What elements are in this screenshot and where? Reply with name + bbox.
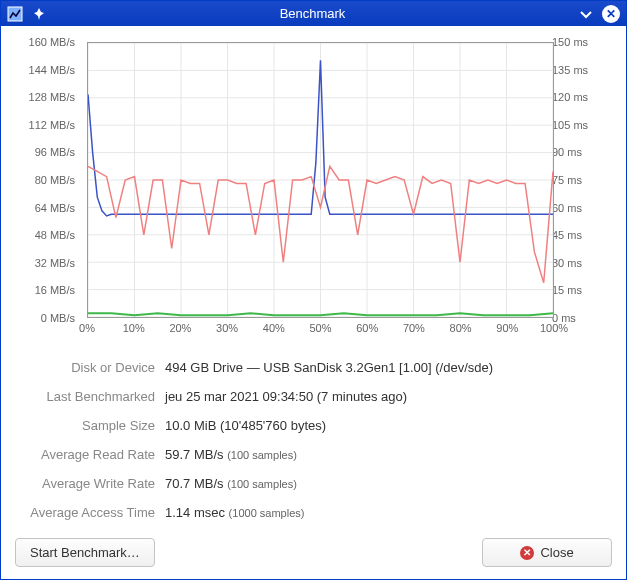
start-benchmark-button[interactable]: Start Benchmark… (15, 538, 155, 567)
x-tick: 100% (540, 322, 568, 334)
x-tick: 30% (216, 322, 238, 334)
y-left-tick: 80 MB/s (15, 174, 75, 186)
label-disk: Disk or Device (15, 360, 155, 375)
x-tick: 20% (169, 322, 191, 334)
y-right-tick: 90 ms (552, 146, 612, 158)
x-tick: 40% (263, 322, 285, 334)
close-button-label: Close (540, 545, 573, 560)
titlebar: Benchmark ✕ (1, 1, 626, 26)
plot-area (87, 42, 554, 318)
y-left-tick: 128 MB/s (15, 91, 75, 103)
value-write: 70.7 MB/s (100 samples) (165, 476, 612, 491)
value-access-main: 1.14 msec (165, 505, 225, 520)
y-left-tick: 32 MB/s (15, 257, 75, 269)
label-sample: Sample Size (15, 418, 155, 433)
close-icon: ✕ (520, 546, 534, 560)
value-last: jeu 25 mar 2021 09:34:50 (7 minutes ago) (165, 389, 612, 404)
y-left-tick: 48 MB/s (15, 229, 75, 241)
value-sample: 10.0 MiB (10'485'760 bytes) (165, 418, 612, 433)
info-grid: Disk or Device 494 GB Drive — USB SanDis… (15, 360, 612, 520)
value-write-main: 70.7 MB/s (165, 476, 224, 491)
y-right-tick: 30 ms (552, 257, 612, 269)
x-tick: 90% (496, 322, 518, 334)
benchmark-window: Benchmark ✕ 0 MB/s16 MB/s32 MB/s48 MB/s6… (0, 0, 627, 580)
x-axis: 0%10%20%30%40%50%60%70%80%90%100% (87, 320, 554, 338)
close-button[interactable]: ✕ Close (482, 538, 612, 567)
close-window-icon[interactable]: ✕ (602, 5, 620, 23)
value-read-note: (100 samples) (227, 449, 297, 461)
y-left-tick: 64 MB/s (15, 202, 75, 214)
label-write: Average Write Rate (15, 476, 155, 491)
x-tick: 50% (309, 322, 331, 334)
x-tick: 0% (79, 322, 95, 334)
content-area: 0 MB/s16 MB/s32 MB/s48 MB/s64 MB/s80 MB/… (1, 26, 626, 528)
value-disk: 494 GB Drive — USB SanDisk 3.2Gen1 [1.00… (165, 360, 612, 375)
label-last: Last Benchmarked (15, 389, 155, 404)
y-right-tick: 105 ms (552, 119, 612, 131)
app-icon (7, 6, 23, 22)
y-axis-left: 0 MB/s16 MB/s32 MB/s48 MB/s64 MB/s80 MB/… (15, 42, 81, 318)
pin-icon[interactable] (31, 6, 47, 22)
value-read-main: 59.7 MB/s (165, 447, 224, 462)
x-tick: 10% (123, 322, 145, 334)
y-right-tick: 120 ms (552, 91, 612, 103)
y-right-tick: 60 ms (552, 202, 612, 214)
benchmark-chart: 0 MB/s16 MB/s32 MB/s48 MB/s64 MB/s80 MB/… (15, 38, 612, 338)
button-row: Start Benchmark… ✕ Close (1, 528, 626, 579)
y-left-tick: 144 MB/s (15, 64, 75, 76)
label-read: Average Read Rate (15, 447, 155, 462)
value-access: 1.14 msec (1000 samples) (165, 505, 612, 520)
y-right-tick: 135 ms (552, 64, 612, 76)
y-right-tick: 45 ms (552, 229, 612, 241)
value-write-note: (100 samples) (227, 478, 297, 490)
y-right-tick: 75 ms (552, 174, 612, 186)
label-access: Average Access Time (15, 505, 155, 520)
y-right-tick: 15 ms (552, 284, 612, 296)
value-access-note: (1000 samples) (229, 507, 305, 519)
window-title: Benchmark (47, 6, 578, 21)
x-tick: 60% (356, 322, 378, 334)
minimize-icon[interactable] (578, 6, 594, 22)
y-left-tick: 0 MB/s (15, 312, 75, 324)
value-read: 59.7 MB/s (100 samples) (165, 447, 612, 462)
y-axis-right: 0 ms15 ms30 ms45 ms60 ms75 ms90 ms105 ms… (546, 42, 612, 318)
y-left-tick: 96 MB/s (15, 146, 75, 158)
y-left-tick: 160 MB/s (15, 36, 75, 48)
y-left-tick: 16 MB/s (15, 284, 75, 296)
x-tick: 80% (450, 322, 472, 334)
y-left-tick: 112 MB/s (15, 119, 75, 131)
y-right-tick: 150 ms (552, 36, 612, 48)
x-tick: 70% (403, 322, 425, 334)
